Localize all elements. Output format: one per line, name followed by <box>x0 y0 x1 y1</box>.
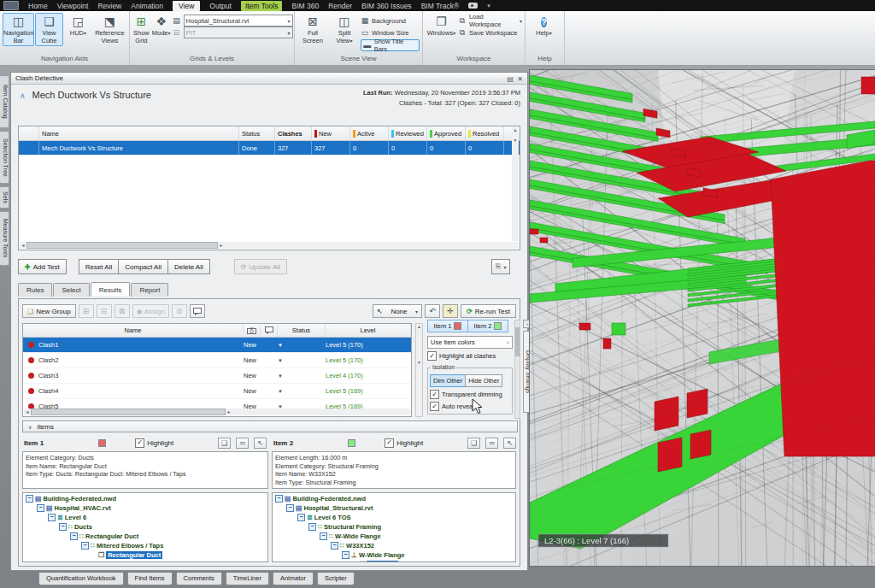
use-item-colors-select[interactable]: Use item colors˅ <box>427 336 513 349</box>
clash-row[interactable]: Clash3 New ▼ Level 4 (170) <box>23 368 411 384</box>
compact-all-button[interactable]: Compact All <box>118 259 168 274</box>
tree-item[interactable]: −∷Ducts <box>23 522 267 532</box>
grid-combo[interactable]: PIT▾ <box>184 26 293 38</box>
filter-select[interactable]: ↖None▾ <box>373 304 422 318</box>
test-options-button[interactable]: ⎘▾ <box>491 259 510 274</box>
unassign-icon[interactable]: ⊘ <box>172 304 187 318</box>
sidebar-tab-measure-tools[interactable]: Measure Tools <box>0 211 9 266</box>
dim-other-button[interactable]: Dim Other <box>430 374 466 387</box>
select-in-scene-icon[interactable]: ❏ <box>467 438 480 449</box>
help-button[interactable]: ?Help▾ <box>528 13 560 39</box>
new-group-button[interactable]: ❏New Group <box>22 304 76 318</box>
sidebar-tab-item-catalog[interactable]: Item Catalog <box>0 75 9 128</box>
tab-results[interactable]: Results <box>91 282 131 296</box>
tab-comments[interactable]: Comments <box>176 573 222 585</box>
menu-viewpoint[interactable]: Viewpoint <box>57 2 89 10</box>
collapse-box-icon[interactable]: − <box>81 542 89 550</box>
tab-quantification-workbook[interactable]: Quantification Workbook <box>38 573 124 585</box>
scene-viewport[interactable]: L2-3(66) : Level 7 (166) <box>530 70 875 566</box>
explode-group-icon[interactable]: ⊠ <box>115 304 130 318</box>
menu-review[interactable]: Review <box>97 2 121 10</box>
show-grid-button[interactable]: ⊞Show Grid <box>132 13 150 46</box>
split-view-button[interactable]: ◫Split View▾ <box>329 13 360 46</box>
switchback-icon[interactable]: ⇦ <box>236 438 249 449</box>
menu-bim-track[interactable]: BIM Track® <box>421 2 460 10</box>
menu-animation[interactable]: Animation <box>131 2 163 10</box>
tests-vertical-scrollbar[interactable]: ▲▼ <box>512 127 519 241</box>
navigation-bar-button[interactable]: ◫Navigation Bar <box>3 13 34 46</box>
item2-toggle-button[interactable]: Item 2 <box>467 320 508 332</box>
menu-item-tools[interactable]: Item Tools <box>241 1 283 11</box>
collapse-box-icon[interactable]: − <box>297 514 305 521</box>
menu-bim360[interactable]: BIM 360 <box>291 2 319 10</box>
sidebar-tab-selection-tree[interactable]: Selection Tree <box>0 131 9 184</box>
assign-button[interactable]: ◉ Assign <box>132 304 169 318</box>
mode-button[interactable]: ❖Mode▾ <box>151 13 172 39</box>
reference-views-button[interactable]: ⬔Reference Views <box>93 13 126 46</box>
chevron-down-icon[interactable]: ▾ <box>487 3 490 9</box>
hide-other-button[interactable]: Hide Other <box>465 374 502 387</box>
background-button[interactable]: ▦Background <box>361 15 420 26</box>
save-workspace-button[interactable]: ⧉Save Workspace <box>458 27 522 38</box>
collapse-box-icon[interactable]: − <box>331 542 338 550</box>
menu-output[interactable]: Output <box>209 2 232 10</box>
collapse-box-icon[interactable]: − <box>275 495 283 503</box>
item1-highlight-checkbox[interactable]: ✓Highlight <box>135 438 173 448</box>
menu-render[interactable]: Render <box>328 2 352 10</box>
collapse-box-icon[interactable]: − <box>70 532 78 540</box>
tree-item[interactable]: −≣Level 6 <box>23 513 267 522</box>
collapse-box-icon[interactable]: − <box>37 504 44 512</box>
load-workspace-button[interactable]: ⧉Load Workspace▾ <box>458 15 522 26</box>
item1-toggle-button[interactable]: Item 1 <box>427 320 468 332</box>
close-icon[interactable]: ✕ <box>517 74 523 85</box>
tree-item[interactable]: −▤Hospital_Structural.rvt <box>273 503 515 513</box>
delete-all-button[interactable]: Delete All <box>167 259 210 274</box>
tree-item[interactable]: −∷Rectangular Duct <box>23 532 267 541</box>
auto-reveal-checkbox[interactable]: ✓Auto reveal <box>430 402 510 411</box>
tab-animator[interactable]: Animator <box>273 573 314 585</box>
tab-timeliner[interactable]: TimeLiner <box>226 573 269 585</box>
collapse-box-icon[interactable]: − <box>48 514 56 521</box>
select-arrow-icon[interactable]: ↖ <box>503 438 516 449</box>
tab-select[interactable]: Select <box>53 283 89 297</box>
item2-highlight-checkbox[interactable]: ✓Highlight <box>385 438 423 448</box>
results-horizontal-scrollbar[interactable]: ◄► <box>24 409 410 415</box>
tree-item[interactable]: −▤Hospital_HVAC.rvt <box>23 503 267 513</box>
show-title-bars-button[interactable]: ▬Show Title Bars <box>361 39 420 51</box>
undo-icon[interactable]: ↶ <box>425 304 440 318</box>
tree-item[interactable]: −⊥W-Wide Flange <box>273 550 515 560</box>
collapse-icon[interactable]: ∧ <box>20 91 26 100</box>
window-size-button[interactable]: ▭Window Size <box>361 27 420 38</box>
tab-rules[interactable]: Rules <box>18 283 52 297</box>
tree-item[interactable]: ❒Rectangular Duct <box>23 550 267 560</box>
highlight-pin-icon[interactable]: ✛ <box>443 304 458 318</box>
clash-row[interactable]: Clash4 New ▼ Level 5 (169) <box>23 384 411 399</box>
full-screen-button[interactable]: ⊠Full Screen <box>297 13 328 46</box>
rerun-test-button[interactable]: ⟳Re-run Test <box>461 304 516 318</box>
tests-horizontal-scrollbar[interactable]: ◄► <box>20 242 519 249</box>
level-combo[interactable]: Hospital_Structural.rvt▾ <box>184 15 293 26</box>
tree-item[interactable]: −∷Structural Framing <box>273 522 515 532</box>
pin-icon[interactable]: ▤ <box>507 74 514 85</box>
tab-find-items[interactable]: Find Items <box>127 573 173 585</box>
tab-report[interactable]: Report <box>131 283 168 297</box>
results-vertical-scrollbar[interactable]: ▲▼ <box>415 323 423 417</box>
windows-button[interactable]: ❐Windows▾ <box>426 13 457 39</box>
tree-item[interactable]: −▤Building-Federated.nwd <box>23 494 267 503</box>
tree-item[interactable]: −≣Level 6 TOS <box>273 513 515 522</box>
collapse-box-icon[interactable]: − <box>308 523 316 531</box>
collapse-box-icon[interactable]: − <box>320 532 327 540</box>
screencast-icon[interactable] <box>468 3 478 9</box>
view-cube-button[interactable]: ❏View Cube <box>35 13 63 46</box>
hud-button[interactable]: ◲HUD▾ <box>64 13 92 39</box>
menu-home[interactable]: Home <box>28 2 48 10</box>
transparent-dimming-checkbox[interactable]: ✓Transparent dimming <box>430 390 510 399</box>
menu-bim360-issues[interactable]: BIM 360 Issues <box>361 2 412 10</box>
switchback-icon[interactable]: ⇦ <box>485 438 498 449</box>
tree-item[interactable]: ❒W33X152 <box>273 560 515 562</box>
tree-item[interactable]: −▤Building-Federated.nwd <box>273 494 515 503</box>
sidebar-tab-sets[interactable]: Sets <box>0 186 9 209</box>
highlight-all-checkbox[interactable]: ✓Highlight all clashes <box>427 351 513 361</box>
menu-view[interactable]: View <box>173 1 200 11</box>
select-in-scene-icon[interactable]: ❏ <box>218 438 231 449</box>
